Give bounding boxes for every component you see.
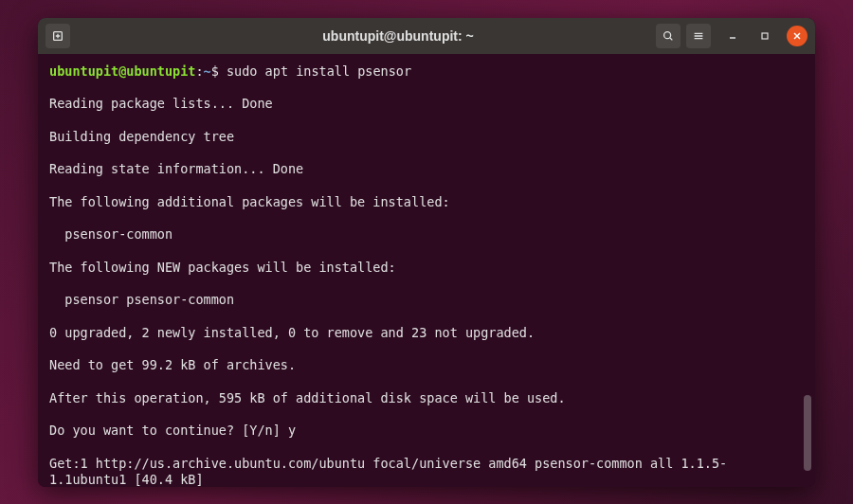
output-line: Need to get 99.2 kB of archives. bbox=[49, 357, 804, 373]
svg-rect-9 bbox=[762, 33, 768, 39]
output-line: Get:1 http://us.archive.ubuntu.com/ubunt… bbox=[49, 456, 804, 487]
new-tab-button[interactable] bbox=[45, 24, 70, 48]
output-line: After this operation, 595 kB of addition… bbox=[49, 390, 804, 406]
close-button[interactable] bbox=[787, 26, 808, 46]
prompt-user-host: ubuntupit@ubuntupit bbox=[49, 63, 195, 79]
output-line: The following NEW packages will be insta… bbox=[49, 260, 804, 276]
scrollbar-thumb[interactable] bbox=[804, 395, 811, 471]
output-line: psensor-common bbox=[49, 226, 804, 243]
prompt-dollar: $ bbox=[211, 63, 227, 79]
output-line: The following additional packages will b… bbox=[49, 194, 804, 210]
command-text: sudo apt install psensor bbox=[227, 63, 411, 79]
output-line: Reading package lists... Done bbox=[49, 96, 804, 112]
svg-point-3 bbox=[664, 31, 671, 38]
output-line: psensor psensor-common bbox=[49, 292, 804, 308]
maximize-button[interactable] bbox=[754, 26, 775, 46]
terminal-window: ubuntupit@ubuntupit: ~ bbox=[38, 18, 815, 487]
prompt-path: ~ bbox=[204, 63, 211, 79]
titlebar: ubuntupit@ubuntupit: ~ bbox=[38, 18, 815, 54]
menu-button[interactable] bbox=[686, 24, 711, 48]
window-title: ubuntupit@ubuntupit: ~ bbox=[146, 28, 650, 44]
minimize-button[interactable] bbox=[722, 26, 743, 46]
prompt-separator: : bbox=[195, 63, 203, 79]
svg-line-4 bbox=[670, 37, 673, 40]
search-button[interactable] bbox=[656, 24, 681, 48]
output-line: Do you want to continue? [Y/n] y bbox=[49, 423, 804, 439]
output-line: Building dependency tree bbox=[49, 129, 804, 145]
terminal-output[interactable]: ubuntupit@ubuntupit:~$ sudo apt install … bbox=[38, 54, 815, 487]
output-line: 0 upgraded, 2 newly installed, 0 to remo… bbox=[49, 325, 804, 341]
output-line: Reading state information... Done bbox=[49, 161, 804, 177]
